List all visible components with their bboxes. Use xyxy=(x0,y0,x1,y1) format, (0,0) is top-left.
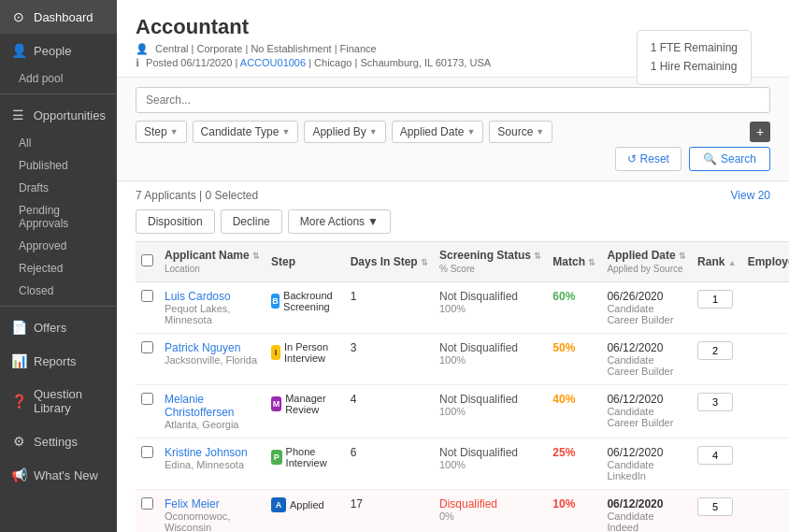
sidebar-sub-rejected[interactable]: Rejected xyxy=(0,257,117,280)
org-icon: 👤 xyxy=(136,43,149,54)
sidebar-item-whats-new[interactable]: 📢 What's New xyxy=(0,458,117,492)
sidebar-sub-all[interactable]: All xyxy=(0,132,117,154)
row-checkbox[interactable] xyxy=(141,497,153,510)
rank-input[interactable] xyxy=(697,446,733,465)
days-value: 4 xyxy=(351,393,357,406)
rank-input[interactable] xyxy=(697,290,733,309)
applicant-name-link[interactable]: Melanie Christoffersen xyxy=(165,393,234,419)
disposition-button[interactable]: Disposition xyxy=(136,209,215,234)
rank-cell xyxy=(692,490,742,533)
applicant-name-link[interactable]: Patrick Nguyen xyxy=(165,341,240,354)
add-filter-button[interactable]: + xyxy=(750,122,770,142)
applicant-name-cell: Felix Meier Oconomowoc, Wisconsin xyxy=(159,490,265,533)
sidebar-sub-pending[interactable]: Pending Approvals xyxy=(0,199,117,235)
filter-candidate-type[interactable]: Candidate Type ▼ xyxy=(193,121,299,143)
col-days-in-step[interactable]: Days In Step ⇅ xyxy=(345,242,434,282)
screening-score: 100% xyxy=(439,303,541,314)
days-value: 3 xyxy=(351,341,357,354)
sidebar-item-dashboard[interactable]: ⊙ Dashboard xyxy=(0,0,117,34)
applicant-location: Edina, Minnesota xyxy=(165,459,260,470)
sidebar-item-add-pool[interactable]: Add pool xyxy=(0,67,117,90)
sidebar-item-label: Question Library xyxy=(34,387,106,415)
screening-status: Not Disqualified xyxy=(439,290,518,303)
job-link[interactable]: ACCOU01006 xyxy=(240,57,306,68)
step-cell: M Manager Review xyxy=(265,385,345,439)
col-applied-date[interactable]: Applied Date ⇅ Applied by Source xyxy=(601,242,692,282)
match-value: 10% xyxy=(552,497,575,510)
step-label: Phone Interview xyxy=(286,446,339,468)
days-cell: 1 xyxy=(345,282,434,334)
step-icon: P xyxy=(271,450,282,465)
col-rank[interactable]: Rank ▲ xyxy=(692,242,742,282)
applicant-name-cell: Patrick Nguyen Jacksonville, Florida xyxy=(159,334,265,385)
fte-line1: 1 FTE Remaining xyxy=(651,38,738,57)
sidebar-item-people[interactable]: 👤 People xyxy=(0,34,117,67)
main-content: Accountant 👤 Central | Corporate | No Es… xyxy=(117,0,789,532)
sidebar-sub-drafts[interactable]: Drafts xyxy=(0,177,117,199)
search-button[interactable]: 🔍 Search xyxy=(689,147,770,171)
info-icon: ℹ xyxy=(136,57,139,68)
sidebar-item-settings[interactable]: ⚙ Settings xyxy=(0,424,117,458)
col-match[interactable]: Match ⇅ xyxy=(547,242,601,282)
applicant-name-link[interactable]: Kristine Johnson xyxy=(165,446,248,459)
filter-source[interactable]: Source ▼ xyxy=(489,121,552,143)
sidebar-item-question-library[interactable]: ❓ Question Library xyxy=(0,378,117,424)
rank-input[interactable] xyxy=(697,341,733,360)
search-input[interactable] xyxy=(136,87,770,113)
col-applicant-name[interactable]: Applicant Name ⇅ Location xyxy=(159,242,265,282)
step-cell: I In Person Interview xyxy=(265,334,345,385)
col-step[interactable]: Step xyxy=(265,242,345,282)
col-screening-status[interactable]: Screening Status ⇅ % Score xyxy=(434,242,547,282)
applicant-name-link[interactable]: Luis Cardoso xyxy=(165,290,231,303)
sidebar-item-offers[interactable]: 📄 Offers xyxy=(0,310,117,344)
org-text: Central | Corporate | No Establishment |… xyxy=(155,43,377,54)
row-checkbox-cell xyxy=(136,334,159,385)
more-actions-button[interactable]: More Actions ▼ xyxy=(288,209,391,234)
days-cell: 4 xyxy=(345,385,434,439)
row-checkbox[interactable] xyxy=(141,290,153,302)
applicant-location: Pequot Lakes, Minnesota xyxy=(165,303,260,325)
whats-new-icon: 📢 xyxy=(11,467,26,482)
row-checkbox-cell xyxy=(136,282,159,334)
employee-referral-cell xyxy=(742,334,789,385)
applied-date-cell: 06/12/2020 CandidateLinkedIn xyxy=(601,439,692,490)
screening-status: Not Disqualified xyxy=(439,446,518,459)
row-checkbox[interactable] xyxy=(141,341,153,353)
step-label: Applied xyxy=(290,499,324,510)
rank-input[interactable] xyxy=(697,393,733,411)
chevron-down-icon: ▼ xyxy=(369,127,378,137)
rank-input[interactable] xyxy=(697,497,733,516)
filter-applied-date[interactable]: Applied Date ▼ xyxy=(392,121,484,143)
screening-score: 100% xyxy=(439,354,541,366)
reset-button[interactable]: ↺ Reset xyxy=(615,147,681,171)
chevron-down-icon: ▼ xyxy=(170,127,179,137)
chevron-down-icon: ▼ xyxy=(536,127,544,137)
select-all-checkbox[interactable] xyxy=(141,254,153,266)
match-cell: 10% xyxy=(547,490,601,533)
row-checkbox[interactable] xyxy=(141,393,153,405)
table-row: Patrick Nguyen Jacksonville, Florida I I… xyxy=(136,334,789,385)
match-value: 50% xyxy=(552,341,575,354)
row-checkbox[interactable] xyxy=(141,446,153,458)
col-employee-referral[interactable]: Employee Referral ⇅ xyxy=(742,242,789,282)
sidebar-item-label: What's New xyxy=(34,468,98,482)
decline-button[interactable]: Decline xyxy=(221,209,282,234)
step-badge: I In Person Interview xyxy=(271,341,339,364)
sidebar-sub-published[interactable]: Published xyxy=(0,154,117,177)
sidebar-item-label: Dashboard xyxy=(34,10,93,24)
applicant-name-link[interactable]: Felix Meier xyxy=(165,497,220,510)
sidebar-sub-approved[interactable]: Approved xyxy=(0,235,117,257)
select-all-header xyxy=(136,242,159,282)
filter-applied-by[interactable]: Applied By ▼ xyxy=(304,121,385,143)
row-checkbox-cell xyxy=(136,490,159,533)
match-value: 60% xyxy=(552,290,575,303)
sidebar-item-opportunities[interactable]: ☰ Opportunities xyxy=(0,98,117,132)
step-label: Manager Review xyxy=(285,393,338,415)
view-link[interactable]: View 20 xyxy=(731,189,770,202)
applied-date-cell: 06/12/2020 CandidateCareer Builder xyxy=(601,334,692,385)
screening-score: 100% xyxy=(439,406,541,417)
filter-step[interactable]: Step ▼ xyxy=(136,121,187,143)
sidebar-item-reports[interactable]: 📊 Reports xyxy=(0,344,117,378)
screening-score: 100% xyxy=(439,459,541,470)
sidebar-sub-closed[interactable]: Closed xyxy=(0,280,117,302)
